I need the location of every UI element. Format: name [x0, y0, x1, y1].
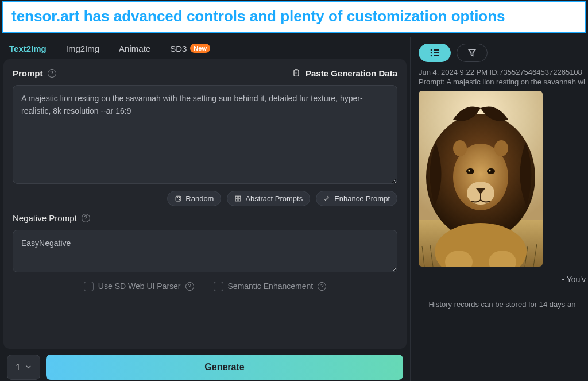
filter-icon	[467, 48, 477, 57]
history-view-toggle	[416, 41, 588, 68]
paste-generation-data-button[interactable]: Paste Generation Data	[292, 68, 397, 78]
help-icon[interactable]: ?	[82, 214, 90, 222]
svg-point-23	[453, 140, 467, 156]
abstract-prompts-button[interactable]: Abstract Prompts	[227, 191, 310, 206]
history-storage-note: History records can be stored for 14 day…	[416, 284, 588, 309]
paste-label: Paste Generation Data	[305, 68, 397, 78]
prompt-header: Prompt ? Paste Generation Data	[13, 68, 397, 78]
svg-point-13	[431, 55, 432, 57]
quantity-select[interactable]: 1	[7, 355, 40, 380]
history-panel: Jun 4, 2024 9:22 PM ID:73552754645372265…	[411, 37, 588, 381]
mode-tabs: Text2Img Img2Img Animate SD3 New	[3, 41, 407, 59]
svg-point-28	[489, 170, 490, 171]
svg-point-24	[494, 140, 508, 156]
svg-point-27	[468, 170, 470, 171]
svg-point-25	[466, 168, 474, 174]
parser-options: Use SD Web UI Parser ? Semantic Enhancem…	[13, 279, 397, 291]
filter-button[interactable]	[457, 44, 488, 62]
list-view-button[interactable]	[419, 44, 451, 62]
history-footer-text: - You'v	[416, 267, 588, 284]
svg-point-4	[179, 197, 180, 198]
enhance-prompt-button[interactable]: Enhance Prompt	[316, 191, 397, 206]
new-badge: New	[190, 44, 210, 53]
generate-bar: 1 Generate	[3, 349, 407, 380]
wand-icon	[323, 195, 331, 202]
history-meta: Jun 4, 2024 9:22 PM ID:73552754645372265…	[416, 68, 588, 76]
use-sd-webui-parser-checkbox[interactable]: Use SD Web UI Parser ?	[84, 282, 194, 291]
history-prompt-label: Prompt:	[419, 78, 445, 86]
negative-prompt-input[interactable]	[13, 230, 397, 272]
help-icon[interactable]: ?	[185, 282, 194, 291]
svg-rect-7	[236, 199, 238, 201]
lion-image	[419, 91, 543, 267]
svg-point-3	[179, 199, 180, 199]
prompt-label: Prompt	[13, 68, 43, 78]
svg-point-26	[487, 168, 495, 174]
parser-label: Use SD Web UI Parser	[98, 282, 181, 291]
prompt-label-group: Prompt ?	[13, 68, 56, 78]
history-id-label: ID:	[490, 68, 500, 76]
negative-prompt-label-group: Negative Prompt ?	[13, 213, 397, 223]
checkbox-icon	[214, 282, 223, 291]
history-thumbnail[interactable]	[419, 91, 543, 267]
prompt-input[interactable]	[13, 85, 397, 184]
left-column: Text2Img Img2Img Animate SD3 New Prompt …	[0, 37, 411, 381]
prompt-chip-row: Random Abstract Prompts Enhance Prompt	[13, 191, 397, 206]
tab-sd3-label: SD3	[170, 44, 187, 53]
generate-button[interactable]: Generate	[46, 355, 403, 380]
random-button[interactable]: Random	[167, 191, 221, 206]
svg-rect-1	[176, 196, 181, 201]
tab-sd3[interactable]: SD3 New	[170, 44, 210, 53]
abstract-label: Abstract Prompts	[245, 194, 303, 203]
abstract-icon	[234, 195, 242, 202]
svg-point-11	[431, 52, 432, 54]
list-icon	[430, 49, 440, 57]
history-prompt-preview-row: Prompt: A majestic lion resting on the s…	[416, 76, 588, 91]
svg-rect-6	[238, 196, 241, 198]
svg-rect-5	[236, 196, 238, 198]
annotation-banner: tensor.art has advanced controls and ple…	[2, 1, 586, 33]
chevron-down-icon	[25, 364, 32, 370]
history-id: 73552754645372265108	[499, 68, 582, 76]
app-root: Text2Img Img2Img Animate SD3 New Prompt …	[0, 37, 588, 381]
tab-img2img[interactable]: Img2Img	[66, 44, 99, 53]
history-prompt-preview: A majestic lion resting on the savannah …	[446, 78, 585, 86]
semantic-enhancement-checkbox[interactable]: Semantic Enhancement ?	[214, 282, 327, 291]
help-icon[interactable]: ?	[48, 69, 56, 78]
tab-animate[interactable]: Animate	[119, 44, 150, 53]
help-icon[interactable]: ?	[318, 282, 326, 291]
checkbox-icon	[84, 282, 94, 291]
annotation-text: tensor.art has advanced controls and ple…	[11, 8, 577, 25]
random-label: Random	[185, 194, 214, 203]
svg-rect-0	[294, 70, 299, 76]
tab-text2img[interactable]: Text2Img	[9, 44, 47, 53]
negative-prompt-label: Negative Prompt	[13, 213, 77, 223]
quantity-value: 1	[16, 362, 20, 372]
dice-icon	[175, 195, 182, 202]
history-timestamp: Jun 4, 2024 9:22 PM	[419, 68, 488, 76]
svg-point-2	[177, 197, 178, 198]
semantic-label: Semantic Enhancement	[228, 282, 314, 291]
paste-icon	[292, 68, 301, 78]
svg-rect-8	[238, 199, 241, 201]
svg-point-9	[431, 49, 432, 51]
enhance-label: Enhance Prompt	[334, 194, 390, 203]
prompt-panel: Prompt ? Paste Generation Data Random	[3, 59, 407, 349]
